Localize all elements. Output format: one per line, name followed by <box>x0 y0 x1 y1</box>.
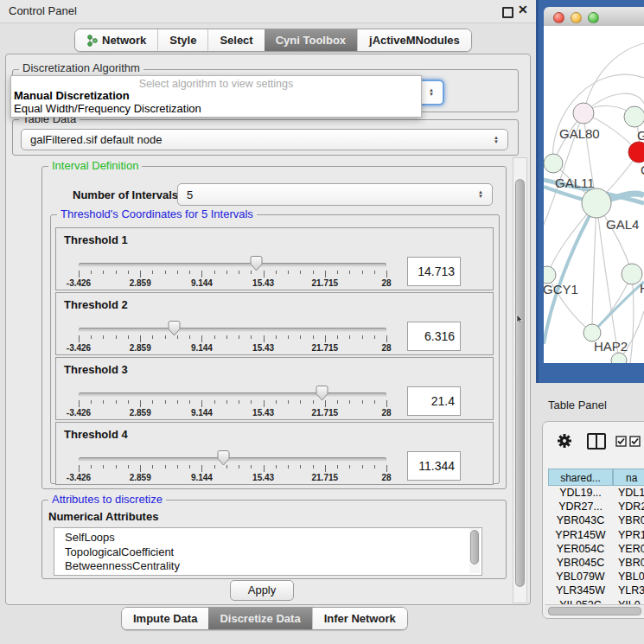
tab-discretize-data[interactable]: Discretize Data <box>208 608 311 629</box>
algorithm-combo[interactable]: ▲▼ <box>420 80 444 105</box>
cell-shared-name: YDL19... <box>548 487 613 499</box>
cell-shared-name: YBL079W <box>548 571 613 583</box>
network-node[interactable] <box>624 106 644 127</box>
number-of-intervals-label: Number of Intervals <box>73 188 178 201</box>
table-row[interactable]: YER054CYER0 <box>548 543 644 557</box>
table-row[interactable]: YBR045CYBR0 <box>548 557 644 571</box>
network-canvas[interactable]: GAL80GACGAL11GAL4GCY1HHAP2 <box>544 26 644 363</box>
list-item[interactable]: TopologicalCoefficient <box>54 545 481 560</box>
number-of-intervals-combo[interactable]: 5 ▲▼ <box>177 183 493 206</box>
tick-mark <box>325 400 326 407</box>
apply-button[interactable]: Apply <box>230 580 294 601</box>
slider-ticks <box>79 400 387 408</box>
slider-ticks <box>79 465 387 473</box>
table-row[interactable]: YDL19...YDL1 <box>548 487 644 501</box>
table-row[interactable]: YBR043CYBR0 <box>548 514 644 528</box>
threshold-slider-track[interactable] <box>79 263 386 267</box>
panel-scrollbar[interactable] <box>513 157 527 603</box>
cell-name: YBR0 <box>613 557 644 569</box>
tab-label: Infer Network <box>324 612 396 625</box>
top-tab-bar: NetworkStyleSelectCyni ToolboxjActiveMNo… <box>74 29 472 52</box>
table-data-combo[interactable]: galFiltered.sif default node ▲▼ <box>21 129 508 150</box>
tab-infer-network[interactable]: Infer Network <box>312 608 407 629</box>
table-row[interactable]: YBL079WYBL0 <box>548 571 644 584</box>
algorithm-option[interactable]: Equal Width/Frequency Discretization <box>14 102 201 115</box>
threshold-slider-track[interactable] <box>79 328 386 332</box>
tick-mark <box>386 335 387 342</box>
network-node[interactable] <box>544 154 563 173</box>
tick-mark <box>152 335 153 339</box>
network-node[interactable] <box>611 353 627 363</box>
threshold-value-field[interactable]: 11.344 <box>407 451 461 481</box>
threshold-value-field[interactable]: 14.713 <box>407 257 461 286</box>
tick-label: 2.859 <box>130 473 151 482</box>
algorithm-option[interactable]: Manual Discretization <box>14 89 130 102</box>
combo-stepper-icon[interactable]: ▲▼ <box>478 190 483 199</box>
network-node[interactable] <box>582 188 611 218</box>
tick-mark <box>152 271 153 274</box>
threshold-value-field[interactable]: 21.4 <box>407 386 461 416</box>
tick-label: -3.426 <box>67 278 91 288</box>
tick-mark <box>276 400 277 404</box>
table-hscrollbar-thumb[interactable] <box>548 607 641 615</box>
tick-mark <box>313 335 314 339</box>
numerical-attributes-list: SelfLoopsTopologicalCoefficientBetweenne… <box>54 527 482 576</box>
checkbox-icon[interactable] <box>629 436 641 447</box>
checkbox-icon[interactable] <box>615 436 627 447</box>
close-icon[interactable]: ✕ <box>518 3 528 16</box>
float-window-icon[interactable] <box>502 7 513 18</box>
table-hscrollbar[interactable] <box>545 604 644 615</box>
cell-shared-name: YLR345W <box>548 584 613 596</box>
network-node[interactable] <box>544 266 556 284</box>
threshold-value-field[interactable]: 6.316 <box>407 322 461 351</box>
zoom-traffic-light-icon[interactable] <box>588 12 599 23</box>
tick-mark <box>313 271 314 274</box>
column-header-shared-name[interactable]: shared... <box>548 469 613 486</box>
column-header-name[interactable]: na <box>613 469 644 486</box>
cell-name: YLR3 <box>613 584 644 596</box>
tick-mark <box>374 465 375 469</box>
tick-label: 28 <box>381 473 391 482</box>
node-label: GAL11 <box>555 175 595 190</box>
network-node[interactable] <box>628 142 644 163</box>
tick-label: 21.715 <box>312 473 339 482</box>
tick-label: 9.144 <box>191 343 213 353</box>
table-row[interactable]: YDR27...YDR2 <box>548 501 644 514</box>
tick-mark <box>214 271 215 274</box>
tab-jactivemnodules[interactable]: jActiveMNodules <box>357 29 471 51</box>
network-node[interactable] <box>573 103 594 124</box>
threshold-slider-track[interactable] <box>79 457 386 462</box>
slider-thumb[interactable] <box>250 255 263 271</box>
slider-thumb[interactable] <box>217 450 230 466</box>
close-traffic-light-icon[interactable] <box>553 12 564 23</box>
list-item[interactable]: SelfLoops <box>54 528 481 545</box>
attributes-list-scrollbar-thumb[interactable] <box>470 530 479 564</box>
tab-style[interactable]: Style <box>157 29 207 51</box>
tick-mark <box>349 335 350 339</box>
table-row[interactable]: YLR345WYLR3 <box>548 584 644 598</box>
tab-cyni-toolbox[interactable]: Cyni Toolbox <box>265 29 357 51</box>
combo-stepper-icon[interactable]: ▲▼ <box>429 88 434 97</box>
tick-mark <box>140 271 141 277</box>
slider-thumb[interactable] <box>316 385 328 401</box>
tick-label: 2.859 <box>130 408 151 418</box>
tick-label: 28 <box>381 408 391 418</box>
slider-thumb[interactable] <box>168 320 181 336</box>
tab-network[interactable]: Network <box>75 29 157 51</box>
table-row[interactable]: YPR145WYPR1 <box>548 529 644 543</box>
attributes-list-scrollbar[interactable] <box>469 528 480 573</box>
tick-mark <box>116 400 117 404</box>
column-browser-icon[interactable] <box>587 433 606 450</box>
panel-scrollbar-thumb[interactable] <box>515 179 525 587</box>
minimize-traffic-light-icon[interactable] <box>571 12 582 23</box>
tick-mark <box>79 465 80 472</box>
threshold-slider-track[interactable] <box>79 392 386 397</box>
combo-stepper-icon[interactable]: ▲▼ <box>494 136 499 144</box>
tab-impute-data[interactable]: Impute Data <box>122 608 208 629</box>
list-item[interactable]: BetweennessCentrality <box>54 559 481 574</box>
tick-mark <box>300 271 301 274</box>
node-label: H <box>640 281 644 296</box>
gear-icon[interactable] <box>557 433 572 449</box>
table-rows: YDL19...YDL1YDR27...YDR2YBR043CYBR0YPR14… <box>548 487 644 604</box>
tab-select[interactable]: Select <box>207 29 264 51</box>
